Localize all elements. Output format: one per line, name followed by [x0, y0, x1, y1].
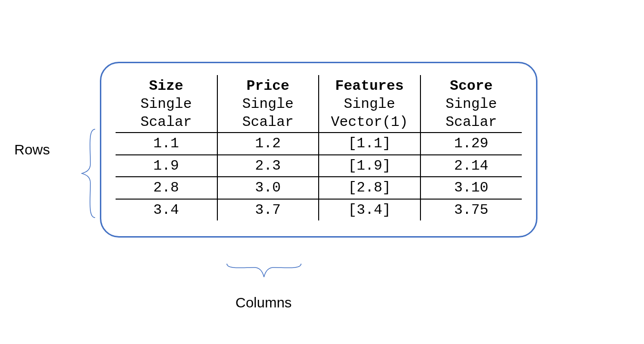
cell-size: 1.1: [116, 133, 217, 155]
col-name-size: Size: [116, 75, 217, 95]
cell-price: 2.3: [217, 155, 319, 177]
left-brace-icon: [81, 128, 100, 219]
cell-price: 1.2: [217, 133, 319, 155]
header-kind-row: Single Single Single Single: [116, 95, 522, 113]
col-type-features: Vector(1): [319, 113, 420, 133]
cell-score: 3.10: [420, 177, 522, 199]
table-row: 1.9 2.3 [1.9] 2.14: [116, 155, 522, 177]
cell-features: [2.8]: [319, 177, 420, 199]
col-kind-size: Single: [116, 95, 217, 113]
cell-price: 3.0: [217, 177, 319, 199]
bottom-brace-icon: [226, 259, 302, 283]
col-name-price: Price: [217, 75, 319, 95]
diagram-canvas: Rows Size Price Features Score Single Si…: [0, 0, 644, 344]
cell-size: 2.8: [116, 177, 217, 199]
table-row: 1.1 1.2 [1.1] 1.29: [116, 133, 522, 155]
cell-score: 1.29: [420, 133, 522, 155]
table-container: Size Price Features Score Single Single …: [100, 62, 537, 238]
cell-features: [1.9]: [319, 155, 420, 177]
header-names-row: Size Price Features Score: [116, 75, 522, 95]
col-type-price: Scalar: [217, 113, 319, 133]
col-type-size: Scalar: [116, 113, 217, 133]
col-name-score: Score: [420, 75, 522, 95]
cell-features: [3.4]: [319, 199, 420, 221]
rows-axis-label: Rows: [14, 142, 50, 158]
table-row: 3.4 3.7 [3.4] 3.75: [116, 199, 522, 221]
header-type-row: Scalar Scalar Vector(1) Scalar: [116, 113, 522, 133]
cell-size: 1.9: [116, 155, 217, 177]
col-kind-features: Single: [319, 95, 420, 113]
cell-score: 2.14: [420, 155, 522, 177]
col-type-score: Scalar: [420, 113, 522, 133]
col-name-features: Features: [319, 75, 420, 95]
col-kind-price: Single: [217, 95, 319, 113]
columns-axis-label: Columns: [235, 295, 292, 311]
cell-features: [1.1]: [319, 133, 420, 155]
data-table: Size Price Features Score Single Single …: [116, 75, 522, 220]
cell-size: 3.4: [116, 199, 217, 221]
table-row: 2.8 3.0 [2.8] 3.10: [116, 177, 522, 199]
cell-price: 3.7: [217, 199, 319, 221]
cell-score: 3.75: [420, 199, 522, 221]
col-kind-score: Single: [420, 95, 522, 113]
